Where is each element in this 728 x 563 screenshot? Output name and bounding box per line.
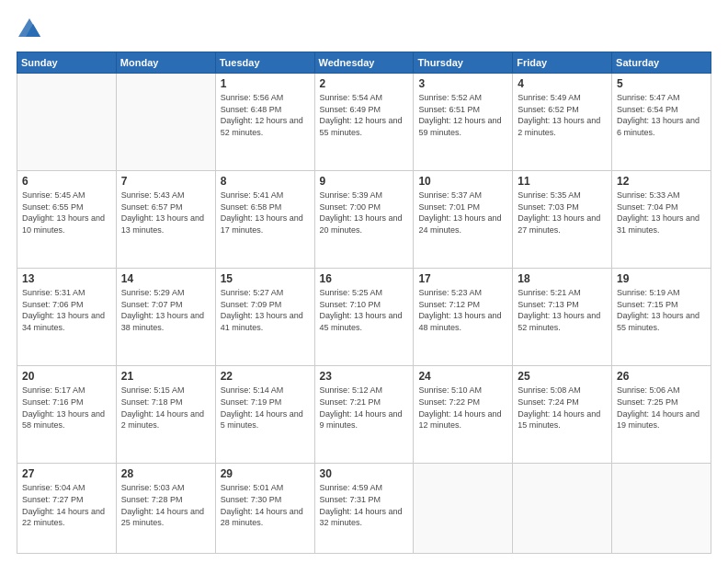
- day-number: 5: [617, 77, 706, 90]
- day-number: 13: [22, 272, 111, 285]
- calendar-cell: 29Sunrise: 5:01 AM Sunset: 7:30 PM Dayli…: [215, 464, 314, 554]
- calendar-cell: 28Sunrise: 5:03 AM Sunset: 7:28 PM Dayli…: [116, 464, 215, 554]
- day-info: Sunrise: 5:47 AM Sunset: 6:54 PM Dayligh…: [617, 92, 706, 138]
- day-number: 30: [320, 467, 409, 480]
- calendar-cell: [17, 74, 117, 171]
- day-info: Sunrise: 5:39 AM Sunset: 7:00 PM Dayligh…: [320, 190, 409, 236]
- day-number: 26: [617, 370, 706, 383]
- day-info: Sunrise: 5:19 AM Sunset: 7:15 PM Dayligh…: [617, 287, 706, 333]
- weekday-header-tuesday: Tuesday: [215, 52, 314, 74]
- day-info: Sunrise: 5:12 AM Sunset: 7:21 PM Dayligh…: [320, 385, 409, 431]
- weekday-header-sunday: Sunday: [17, 52, 117, 74]
- calendar-cell: 19Sunrise: 5:19 AM Sunset: 7:15 PM Dayli…: [612, 269, 711, 366]
- calendar-cell: 24Sunrise: 5:10 AM Sunset: 7:22 PM Dayli…: [414, 366, 513, 464]
- day-number: 1: [221, 77, 310, 90]
- day-number: 27: [22, 467, 111, 480]
- day-number: 6: [22, 175, 111, 188]
- calendar-cell: 2Sunrise: 5:54 AM Sunset: 6:49 PM Daylig…: [314, 74, 414, 171]
- calendar-cell: 21Sunrise: 5:15 AM Sunset: 7:18 PM Dayli…: [116, 366, 215, 464]
- header: [17, 17, 711, 42]
- day-number: 9: [320, 175, 409, 188]
- calendar-cell: 3Sunrise: 5:52 AM Sunset: 6:51 PM Daylig…: [414, 74, 513, 171]
- day-number: 23: [320, 370, 409, 383]
- day-info: Sunrise: 5:25 AM Sunset: 7:10 PM Dayligh…: [320, 287, 409, 333]
- logo: [17, 17, 46, 42]
- day-number: 25: [518, 370, 607, 383]
- day-number: 11: [518, 175, 607, 188]
- day-number: 19: [617, 272, 706, 285]
- day-number: 24: [418, 370, 507, 383]
- weekday-header-row: SundayMondayTuesdayWednesdayThursdayFrid…: [17, 52, 711, 74]
- calendar-cell: 1Sunrise: 5:56 AM Sunset: 6:48 PM Daylig…: [215, 74, 314, 171]
- calendar-cell: 15Sunrise: 5:27 AM Sunset: 7:09 PM Dayli…: [215, 269, 314, 366]
- calendar-week-row: 13Sunrise: 5:31 AM Sunset: 7:06 PM Dayli…: [17, 269, 711, 366]
- day-info: Sunrise: 5:27 AM Sunset: 7:09 PM Dayligh…: [221, 287, 310, 333]
- day-number: 8: [221, 175, 310, 188]
- calendar-cell: 5Sunrise: 5:47 AM Sunset: 6:54 PM Daylig…: [612, 74, 711, 171]
- day-info: Sunrise: 4:59 AM Sunset: 7:31 PM Dayligh…: [320, 482, 409, 528]
- day-info: Sunrise: 5:33 AM Sunset: 7:04 PM Dayligh…: [617, 190, 706, 236]
- calendar-week-row: 1Sunrise: 5:56 AM Sunset: 6:48 PM Daylig…: [17, 74, 711, 171]
- calendar-cell: 22Sunrise: 5:14 AM Sunset: 7:19 PM Dayli…: [215, 366, 314, 464]
- day-info: Sunrise: 5:29 AM Sunset: 7:07 PM Dayligh…: [121, 287, 210, 333]
- weekday-header-friday: Friday: [513, 52, 612, 74]
- day-number: 21: [121, 370, 210, 383]
- calendar-cell: 16Sunrise: 5:25 AM Sunset: 7:10 PM Dayli…: [314, 269, 414, 366]
- calendar-cell: [414, 464, 513, 554]
- calendar-cell: 18Sunrise: 5:21 AM Sunset: 7:13 PM Dayli…: [513, 269, 612, 366]
- calendar-cell: 23Sunrise: 5:12 AM Sunset: 7:21 PM Dayli…: [314, 366, 414, 464]
- day-number: 16: [320, 272, 409, 285]
- day-number: 10: [418, 175, 507, 188]
- calendar-cell: [612, 464, 711, 554]
- day-info: Sunrise: 5:45 AM Sunset: 6:55 PM Dayligh…: [22, 190, 111, 236]
- calendar-cell: 10Sunrise: 5:37 AM Sunset: 7:01 PM Dayli…: [414, 171, 513, 269]
- calendar-cell: 4Sunrise: 5:49 AM Sunset: 6:52 PM Daylig…: [513, 74, 612, 171]
- page: SundayMondayTuesdayWednesdayThursdayFrid…: [0, 0, 728, 563]
- day-info: Sunrise: 5:01 AM Sunset: 7:30 PM Dayligh…: [221, 482, 310, 528]
- day-info: Sunrise: 5:35 AM Sunset: 7:03 PM Dayligh…: [518, 190, 607, 236]
- day-info: Sunrise: 5:21 AM Sunset: 7:13 PM Dayligh…: [518, 287, 607, 333]
- day-info: Sunrise: 5:37 AM Sunset: 7:01 PM Dayligh…: [418, 190, 507, 236]
- day-number: 7: [121, 175, 210, 188]
- weekday-header-monday: Monday: [116, 52, 215, 74]
- calendar-week-row: 6Sunrise: 5:45 AM Sunset: 6:55 PM Daylig…: [17, 171, 711, 269]
- day-info: Sunrise: 5:41 AM Sunset: 6:58 PM Dayligh…: [221, 190, 310, 236]
- calendar-week-row: 20Sunrise: 5:17 AM Sunset: 7:16 PM Dayli…: [17, 366, 711, 464]
- weekday-header-saturday: Saturday: [612, 52, 711, 74]
- weekday-header-wednesday: Wednesday: [314, 52, 414, 74]
- calendar-cell: 7Sunrise: 5:43 AM Sunset: 6:57 PM Daylig…: [116, 171, 215, 269]
- day-info: Sunrise: 5:15 AM Sunset: 7:18 PM Dayligh…: [121, 385, 210, 431]
- calendar-table: SundayMondayTuesdayWednesdayThursdayFrid…: [17, 52, 711, 554]
- day-number: 14: [121, 272, 210, 285]
- calendar-cell: 30Sunrise: 4:59 AM Sunset: 7:31 PM Dayli…: [314, 464, 414, 554]
- calendar-cell: 26Sunrise: 5:06 AM Sunset: 7:25 PM Dayli…: [612, 366, 711, 464]
- calendar-cell: 11Sunrise: 5:35 AM Sunset: 7:03 PM Dayli…: [513, 171, 612, 269]
- day-info: Sunrise: 5:43 AM Sunset: 6:57 PM Dayligh…: [121, 190, 210, 236]
- day-info: Sunrise: 5:31 AM Sunset: 7:06 PM Dayligh…: [22, 287, 111, 333]
- weekday-header-thursday: Thursday: [414, 52, 513, 74]
- day-number: 4: [518, 77, 607, 90]
- day-info: Sunrise: 5:17 AM Sunset: 7:16 PM Dayligh…: [22, 385, 111, 431]
- calendar-cell: 27Sunrise: 5:04 AM Sunset: 7:27 PM Dayli…: [17, 464, 117, 554]
- day-number: 28: [121, 467, 210, 480]
- calendar-cell: [513, 464, 612, 554]
- day-number: 15: [221, 272, 310, 285]
- calendar-week-row: 27Sunrise: 5:04 AM Sunset: 7:27 PM Dayli…: [17, 464, 711, 554]
- calendar-cell: 9Sunrise: 5:39 AM Sunset: 7:00 PM Daylig…: [314, 171, 414, 269]
- day-info: Sunrise: 5:52 AM Sunset: 6:51 PM Dayligh…: [418, 92, 507, 138]
- calendar-cell: 8Sunrise: 5:41 AM Sunset: 6:58 PM Daylig…: [215, 171, 314, 269]
- day-number: 3: [418, 77, 507, 90]
- calendar-cell: 6Sunrise: 5:45 AM Sunset: 6:55 PM Daylig…: [17, 171, 117, 269]
- day-number: 29: [221, 467, 310, 480]
- calendar-cell: 17Sunrise: 5:23 AM Sunset: 7:12 PM Dayli…: [414, 269, 513, 366]
- calendar-cell: [116, 74, 215, 171]
- day-number: 22: [221, 370, 310, 383]
- day-info: Sunrise: 5:49 AM Sunset: 6:52 PM Dayligh…: [518, 92, 607, 138]
- day-info: Sunrise: 5:08 AM Sunset: 7:24 PM Dayligh…: [518, 385, 607, 431]
- day-info: Sunrise: 5:06 AM Sunset: 7:25 PM Dayligh…: [617, 385, 706, 431]
- logo-icon: [17, 17, 42, 42]
- calendar-cell: 12Sunrise: 5:33 AM Sunset: 7:04 PM Dayli…: [612, 171, 711, 269]
- day-info: Sunrise: 5:04 AM Sunset: 7:27 PM Dayligh…: [22, 482, 111, 528]
- calendar-cell: 25Sunrise: 5:08 AM Sunset: 7:24 PM Dayli…: [513, 366, 612, 464]
- day-number: 12: [617, 175, 706, 188]
